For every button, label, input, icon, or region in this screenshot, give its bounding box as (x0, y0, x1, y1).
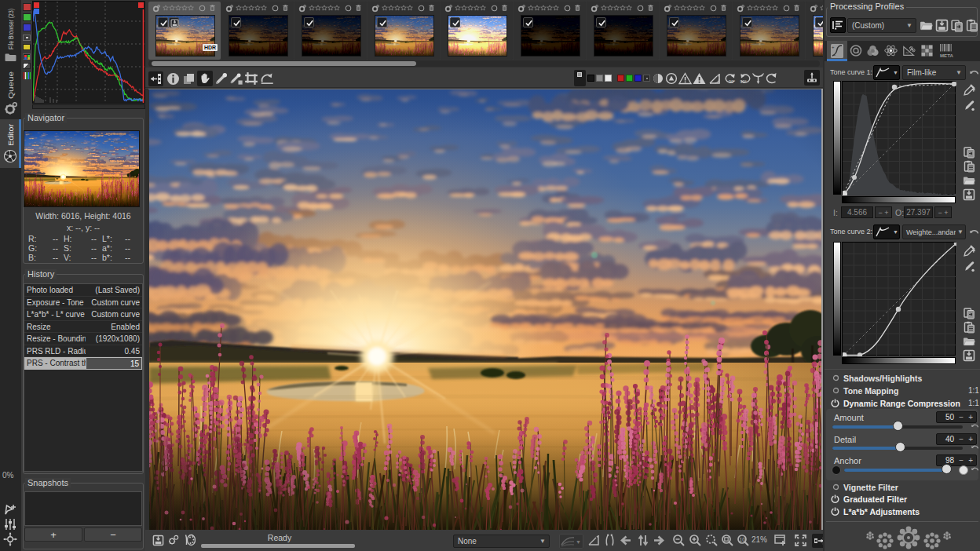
svg-text:+: + (832, 45, 835, 49)
svg-text:90°: 90° (740, 79, 747, 84)
svg-text:10: 10 (740, 537, 746, 542)
svg-text:File Browser (23): File Browser (23) (7, 9, 15, 49)
svg-text:Queue: Queue (7, 71, 15, 99)
svg-text:90°: 90° (729, 79, 735, 84)
svg-text:Editor: Editor (7, 124, 15, 146)
svg-text:−: − (832, 53, 836, 58)
svg-text:META: META (940, 53, 954, 58)
